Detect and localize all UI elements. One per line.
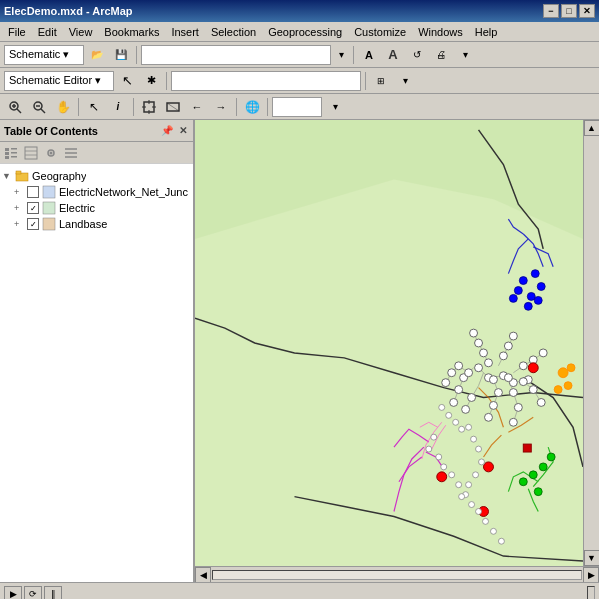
electricnetwork-expander[interactable]: + bbox=[14, 187, 24, 197]
svg-point-97 bbox=[436, 454, 442, 460]
full-extent[interactable] bbox=[162, 96, 184, 118]
pan-tool[interactable]: ✋ bbox=[52, 96, 74, 118]
print-tool[interactable]: 🖨 bbox=[430, 44, 452, 66]
electric-label: Electric bbox=[59, 202, 95, 214]
scroll-down-button[interactable]: ▼ bbox=[584, 550, 600, 566]
zoom-out-tool[interactable] bbox=[28, 96, 50, 118]
svg-rect-29 bbox=[16, 171, 21, 174]
electric-expander[interactable]: + bbox=[14, 203, 24, 213]
landbase-checkbox[interactable] bbox=[27, 218, 39, 230]
landbase-icon bbox=[42, 217, 56, 231]
svg-point-93 bbox=[453, 419, 459, 425]
scroll-track-bottom[interactable] bbox=[212, 570, 582, 580]
menu-windows[interactable]: Windows bbox=[412, 24, 469, 40]
toc-source-view[interactable] bbox=[22, 144, 40, 162]
scroll-right-button[interactable]: ▶ bbox=[583, 567, 599, 583]
more-btn[interactable]: ▾ bbox=[454, 44, 476, 66]
schematic-editor-label: Schematic Editor ▾ bbox=[9, 74, 101, 87]
electricnetwork-checkbox[interactable] bbox=[27, 186, 39, 198]
menu-bar: File Edit View Bookmarks Insert Selectio… bbox=[0, 22, 599, 42]
text-tool-a2[interactable]: A bbox=[382, 44, 404, 66]
svg-point-88 bbox=[554, 386, 562, 394]
scroll-up-button[interactable]: ▲ bbox=[584, 120, 600, 136]
scrollbar-bottom: ◀ ▶ bbox=[195, 566, 599, 582]
svg-point-39 bbox=[462, 405, 470, 413]
toc-close-btn[interactable]: ✕ bbox=[177, 124, 189, 137]
svg-point-66 bbox=[529, 386, 537, 394]
svg-rect-30 bbox=[43, 186, 55, 198]
layer-dropdown[interactable] bbox=[141, 45, 331, 65]
menu-edit[interactable]: Edit bbox=[32, 24, 63, 40]
more-edit-btn[interactable]: ▾ bbox=[394, 70, 416, 92]
menu-customize[interactable]: Customize bbox=[348, 24, 412, 40]
save-button[interactable]: 💾 bbox=[110, 44, 132, 66]
menu-file[interactable]: File bbox=[2, 24, 32, 40]
arrow-select[interactable]: ↖ bbox=[83, 96, 105, 118]
landbase-item[interactable]: + Landbase bbox=[14, 216, 191, 232]
toc-title: Table Of Contents bbox=[4, 125, 98, 137]
editor-tool-2[interactable]: ✱ bbox=[140, 70, 162, 92]
svg-point-68 bbox=[519, 378, 527, 386]
status-play-btn[interactable]: ▶ bbox=[4, 586, 22, 600]
svg-point-81 bbox=[529, 471, 537, 479]
toc-pin-btn[interactable]: 📌 bbox=[159, 124, 175, 137]
toc-content: ▼ Geography + ElectricNetwork_Net_Junc bbox=[0, 164, 193, 582]
snap-tool[interactable]: ⊞ bbox=[370, 70, 392, 92]
geography-group-item[interactable]: ▼ Geography bbox=[2, 168, 191, 184]
editor-layer-dropdown[interactable] bbox=[171, 71, 361, 91]
menu-view[interactable]: View bbox=[63, 24, 99, 40]
zoom-back[interactable]: ← bbox=[186, 96, 208, 118]
menu-selection[interactable]: Selection bbox=[205, 24, 262, 40]
scale-dropdown[interactable] bbox=[272, 97, 322, 117]
schematic-dropdown[interactable]: Schematic ▾ bbox=[4, 45, 84, 65]
more-tools-btn[interactable]: ▾ bbox=[324, 96, 346, 118]
toc-list-view[interactable] bbox=[2, 144, 20, 162]
status-refresh-btn[interactable]: ⟳ bbox=[24, 586, 42, 600]
dropdown-arrow[interactable]: ▾ bbox=[333, 44, 349, 66]
svg-rect-16 bbox=[5, 152, 9, 155]
text-tool-a[interactable]: A bbox=[358, 44, 380, 66]
title-text: ElecDemo.mxd - ArcMap bbox=[4, 5, 133, 17]
close-button[interactable]: ✕ bbox=[579, 4, 595, 18]
electric-item[interactable]: + Electric bbox=[14, 200, 191, 216]
toc-options-btn[interactable] bbox=[62, 144, 80, 162]
menu-bookmarks[interactable]: Bookmarks bbox=[98, 24, 165, 40]
zoom-forward[interactable]: → bbox=[210, 96, 232, 118]
scroll-track-right[interactable] bbox=[585, 136, 599, 550]
open-button[interactable]: 📂 bbox=[86, 44, 108, 66]
svg-rect-15 bbox=[11, 148, 17, 150]
toc-visibility-view[interactable] bbox=[42, 144, 60, 162]
zoom-extent[interactable] bbox=[138, 96, 160, 118]
scroll-left-button[interactable]: ◀ bbox=[195, 567, 211, 583]
zoom-in-tool[interactable] bbox=[4, 96, 26, 118]
identify-tool[interactable]: i bbox=[107, 96, 129, 118]
svg-point-63 bbox=[519, 362, 527, 370]
menu-insert[interactable]: Insert bbox=[165, 24, 205, 40]
svg-rect-19 bbox=[11, 156, 17, 158]
svg-point-96 bbox=[426, 446, 432, 452]
electric-checkbox[interactable] bbox=[27, 202, 39, 214]
editor-tool-1[interactable]: ↖ bbox=[116, 70, 138, 92]
landbase-expander[interactable]: + bbox=[14, 219, 24, 229]
svg-line-5 bbox=[41, 109, 45, 113]
globe-btn[interactable]: 🌐 bbox=[241, 96, 263, 118]
geography-expander[interactable]: ▼ bbox=[2, 171, 12, 181]
schematic-editor-dropdown[interactable]: Schematic Editor ▾ bbox=[4, 71, 114, 91]
electricnetwork-item[interactable]: + ElectricNetwork_Net_Junc bbox=[14, 184, 191, 200]
minimize-button[interactable]: − bbox=[543, 4, 559, 18]
svg-point-73 bbox=[531, 270, 539, 278]
svg-point-62 bbox=[509, 332, 517, 340]
map-area[interactable] bbox=[195, 120, 583, 566]
menu-help[interactable]: Help bbox=[469, 24, 504, 40]
separator-2 bbox=[353, 46, 354, 64]
svg-point-51 bbox=[485, 359, 493, 367]
svg-point-65 bbox=[539, 349, 547, 357]
svg-point-76 bbox=[537, 283, 545, 291]
maximize-button[interactable]: □ bbox=[561, 4, 577, 18]
rotate-tool[interactable]: ↺ bbox=[406, 44, 428, 66]
svg-point-110 bbox=[479, 459, 485, 465]
svg-point-92 bbox=[446, 412, 452, 418]
svg-point-80 bbox=[534, 296, 542, 304]
menu-geoprocessing[interactable]: Geoprocessing bbox=[262, 24, 348, 40]
status-pause-btn[interactable]: ‖ bbox=[44, 586, 62, 600]
